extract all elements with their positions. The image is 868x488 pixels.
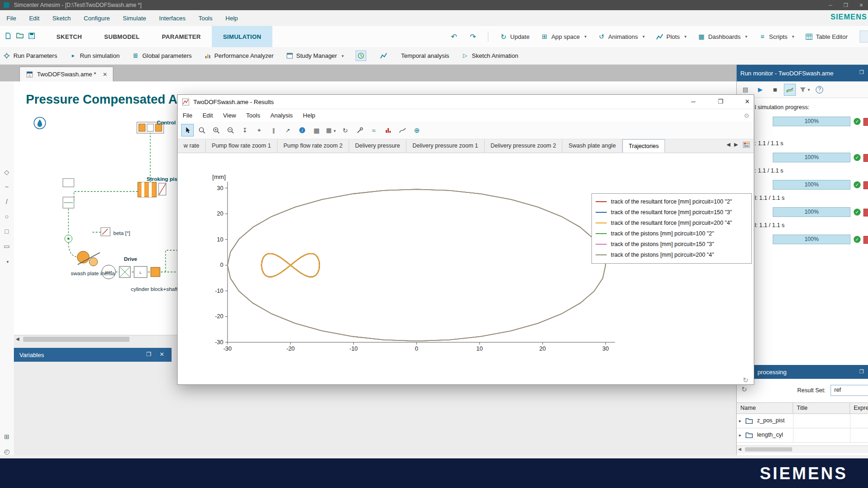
results-menu-file[interactable]: File (178, 112, 197, 119)
clipped-action-icon[interactable] (863, 181, 868, 189)
plot-tool-markerv[interactable]: ↧ (239, 124, 251, 136)
undo-icon[interactable]: ↶ (450, 33, 458, 41)
refresh-results-icon[interactable]: ↻ (741, 385, 747, 394)
column-header-title[interactable]: Title (793, 403, 850, 414)
plot-tool-table[interactable]: ▦ (310, 124, 323, 136)
tool-component-icon[interactable]: ◇ (4, 168, 9, 176)
plot-tool-zoomdyn[interactable] (196, 124, 208, 136)
column-header-expres[interactable]: Expres (850, 403, 868, 414)
sim-run-simulation[interactable]: ▸Run simulation (69, 52, 120, 60)
cut-action-icon[interactable] (860, 31, 868, 43)
panel-dock-icon[interactable]: ❐ (859, 69, 864, 75)
clipped-action-icon[interactable] (863, 236, 868, 244)
tool-shape-icon[interactable]: ▭ (4, 242, 10, 250)
plot-tab-pump-flow-rate-zoom-1[interactable]: Pump flow rate zoom 1 (206, 139, 277, 153)
menu-file[interactable]: File (0, 15, 23, 22)
monitor-tool-monitor[interactable]: ▤ (739, 84, 751, 96)
clipped-action-icon[interactable] (863, 118, 868, 126)
results-title-bar[interactable]: TwoDOFSwash.ame - Results ─ ❐ ✕ (178, 95, 754, 109)
menu-tools[interactable]: Tools (192, 15, 219, 22)
mode-tab-parameter[interactable]: PARAMETER (151, 26, 212, 47)
new-file-button[interactable] (5, 32, 12, 41)
monitor-tool-filter[interactable]: ▾ (799, 84, 811, 96)
sim-sketch-animation[interactable]: ▷Sketch Animation (461, 52, 518, 60)
window-maximize-button[interactable]: ❐ (843, 2, 848, 8)
plot-tab-delivery-pressure-zoom-2[interactable]: Delivery pressure zoom 2 (485, 139, 563, 153)
monitor-tool-stop[interactable]: ◼ (769, 84, 781, 96)
results-close-button[interactable]: ✕ (740, 95, 755, 109)
plot-tool-refresh2[interactable]: ↻ (339, 124, 351, 136)
menu-interfaces[interactable]: Interfaces (153, 15, 192, 22)
mode-tab-simulation[interactable]: SIMULATION (212, 26, 272, 47)
mode-tab-submodel[interactable]: SUBMODEL (93, 26, 151, 47)
action-table-editor[interactable]: Table Editor (805, 33, 848, 41)
tool-line-icon[interactable]: / (6, 198, 8, 205)
plot-tool-curveexp[interactable] (396, 124, 409, 136)
table-row-z-pos-pist[interactable]: ▸z_pos_pist (737, 414, 868, 428)
variables-panel-header[interactable]: Variables ❐ ✕ (14, 348, 172, 362)
window-minimize-button[interactable]: ─ (829, 2, 832, 8)
tab-list-icon[interactable] (743, 141, 750, 150)
action-app-space[interactable]: ⊞App space▾ (541, 33, 586, 41)
plot-tool-markerpair[interactable]: ∥ (267, 124, 280, 136)
results-menu-view[interactable]: View (218, 112, 241, 119)
tabs-next-icon[interactable]: ▶ (734, 142, 738, 148)
plot-tool-cursor[interactable] (181, 124, 194, 136)
plot-tab-swash-plate-angle[interactable]: Swash plate angle (562, 139, 622, 153)
clipped-action-icon[interactable] (863, 209, 868, 216)
results-menu-tools[interactable]: Tools (241, 112, 265, 119)
save-file-button[interactable] (28, 32, 35, 41)
post-processing-header[interactable]: processing ❐ (737, 365, 868, 379)
redo-icon[interactable]: ↷ (469, 33, 477, 41)
sim-run-parameters[interactable]: Run Parameters (3, 52, 57, 60)
plot-tool-histogram[interactable] (382, 124, 394, 136)
monitor-tool-plotcurves[interactable] (784, 84, 796, 96)
results-minimize-button[interactable]: ─ (686, 95, 701, 109)
panel-dock-icon[interactable]: ❐ (859, 369, 864, 375)
tool-circle-icon[interactable]: ○ (5, 213, 8, 220)
plot-tool-zoomout[interactable] (224, 124, 237, 136)
window-close-button[interactable]: ✕ (859, 2, 863, 8)
plot-tab-trajectories[interactable]: Trajectories (622, 139, 665, 153)
panel-float-icon[interactable]: ❐ (146, 351, 151, 358)
open-file-button[interactable] (16, 32, 24, 41)
plot-tool-markerplus[interactable]: ⌖ (253, 124, 265, 136)
temporal1-button[interactable] (356, 50, 366, 61)
menu-sketch[interactable]: Sketch (46, 15, 77, 22)
scroll-left-icon[interactable]: ◀ (16, 336, 19, 341)
action-animations[interactable]: ↺Animations▾ (597, 33, 645, 41)
tool-clock-icon[interactable]: ◴ (4, 448, 9, 455)
clipped-action-icon[interactable] (863, 154, 868, 162)
run-monitor-header[interactable]: Run monitor - TwoDOFSwash.ame ❐ (737, 65, 868, 81)
sim-performance-analyzer[interactable]: Performance Analyzer (204, 52, 274, 60)
tool-more-icon[interactable]: ▾ (5, 257, 9, 265)
scroll-left-icon[interactable]: ◀ (738, 447, 741, 451)
tool-rect-icon[interactable]: □ (5, 228, 8, 235)
action-update[interactable]: ↻Update (499, 33, 529, 41)
monitor-tool-help[interactable]: ? (813, 84, 825, 96)
expand-arrow-icon[interactable]: ▸ (739, 418, 741, 423)
sim-study-manager[interactable]: Study Manager▾ (286, 52, 344, 60)
action-dashboards[interactable]: ▦Dashboards▾ (697, 33, 747, 41)
plot-tool-tablemenu[interactable]: ▦▾ (325, 124, 337, 136)
menu-edit[interactable]: Edit (23, 15, 46, 22)
sim-temporal-analysis[interactable]: Temporal analysis (401, 52, 449, 59)
monitor-tool-play[interactable]: ▶ (754, 84, 766, 96)
scroll-thumb[interactable] (23, 337, 129, 342)
temporal2-button[interactable] (378, 50, 389, 61)
action-plots[interactable]: Plots▾ (656, 33, 686, 41)
panel-close-icon[interactable]: ✕ (160, 351, 164, 358)
scroll-thumb[interactable] (745, 447, 792, 451)
sim-global-parameters[interactable]: ≣Global parameters (132, 52, 192, 60)
table-row-length-cyl[interactable]: ▸length_cyl (737, 428, 868, 443)
plot-tool-timeinfo[interactable]: i (296, 124, 308, 136)
menu-help[interactable]: Help (219, 15, 245, 22)
results-menu-help[interactable]: Help (298, 112, 320, 119)
column-header-name[interactable]: Name (737, 403, 793, 414)
result-set-dropdown[interactable]: ref (831, 385, 868, 396)
results-menu-edit[interactable]: Edit (197, 112, 218, 119)
plot-tab-w-rate[interactable]: w rate (178, 139, 206, 153)
plot-tool-tools[interactable] (353, 124, 366, 136)
plot-tool-waves[interactable]: ≈ (368, 124, 380, 136)
plot-tool-markerslope[interactable]: ↗ (282, 124, 294, 136)
